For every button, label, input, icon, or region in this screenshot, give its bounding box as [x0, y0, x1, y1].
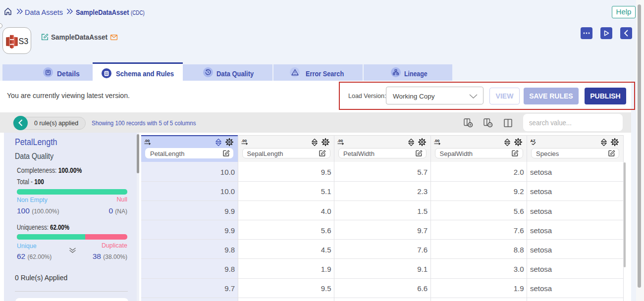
svg-text:.00: .00	[434, 139, 440, 143]
svg-text:.00: .00	[241, 139, 247, 143]
svg-text:.00: .00	[337, 139, 343, 143]
svg-text:AZ: AZ	[531, 139, 536, 143]
svg-text:.00: .00	[144, 139, 150, 143]
